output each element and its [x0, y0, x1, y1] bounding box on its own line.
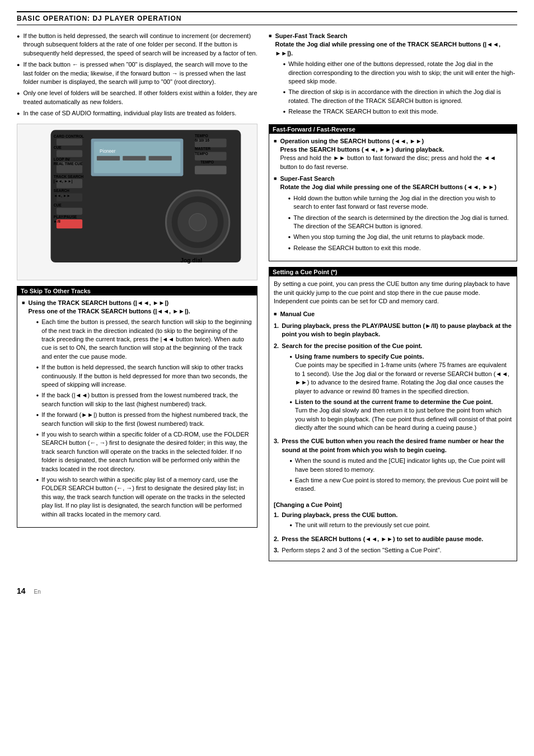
change-step-3: 3. Perform steps 2 and 3 of the section …	[274, 546, 512, 555]
svg-text:TEMPO: TEMPO	[195, 133, 208, 137]
list-item: Release the SEARCH button to exit this m…	[288, 244, 512, 252]
super-fast-search-item: Super-Fast Search Rotate the Jog dial wh…	[274, 175, 512, 255]
list-item: If you wish to search within a specific …	[36, 430, 252, 473]
svg-rect-7	[57, 138, 82, 145]
svg-text:REAL TIME CUE: REAL TIME CUE	[54, 162, 83, 166]
skip-tracks-section: To Skip To Other Tracks Using the TRACK …	[17, 286, 257, 528]
svg-text:◄◄, ►►: ◄◄, ►►	[54, 193, 71, 198]
top-bullet-list: If the button is held depressed, the sea…	[17, 32, 257, 118]
list-item: Release the TRACK SEARCH button to exit …	[283, 107, 517, 116]
cue-point-section: Setting a Cue Point (*) By setting a cue…	[269, 267, 517, 561]
list-item: The unit will return to the previously s…	[289, 521, 430, 529]
svg-text:SEARCH: SEARCH	[54, 189, 69, 192]
op-search-item: Operation using the SEARCH buttons (◄◄, …	[274, 137, 512, 172]
cue-point-title: Setting a Cue Point (*)	[269, 267, 517, 276]
super-fast-track-heading: Super-Fast Track Search	[275, 32, 347, 39]
op-search-sub: Press the SEARCH buttons (◄◄, ►►) during…	[280, 146, 444, 153]
cue-step-1: 1. During playback, press the PLAY/PAUSE…	[274, 322, 512, 339]
svg-rect-4	[97, 156, 120, 160]
svg-text:CUE: CUE	[54, 145, 62, 149]
manual-cue-heading: Manual Cue	[280, 310, 315, 318]
svg-text:Jog dial: Jog dial	[180, 257, 202, 264]
list-item: While holding either one of the buttons …	[283, 60, 517, 86]
changing-title: [Changing a Cue Point]	[274, 501, 342, 508]
cue-step-2: 2. Search for the precise position of th…	[274, 342, 512, 435]
left-column: If the button is held depressed, the sea…	[17, 32, 257, 567]
svg-text:TEMPO: TEMPO	[200, 160, 214, 164]
list-item: If the back button ← is pressed when "00…	[17, 60, 257, 86]
cue-point-intro: By setting a cue point, you can press th…	[274, 280, 512, 306]
svg-text:CARD CONTROL: CARD CONTROL	[54, 134, 84, 138]
list-item: Each time the button is pressed, the sea…	[36, 318, 252, 361]
list-item: In the case of SD AUDIO formatting, indi…	[17, 109, 257, 118]
change-step-2: 2. Press the SEARCH buttons (◄◄, ►►) to …	[274, 535, 512, 543]
fast-forward-title: Fast-Forward / Fast-Reverse	[269, 125, 517, 134]
super-fast-track-list: Super-Fast Track Search Rotate the Jog d…	[269, 32, 517, 119]
track-search-sub: Press one of the TRACK SEARCH buttons (|…	[28, 308, 190, 314]
list-item: Only one level of folders will be search…	[17, 89, 257, 106]
svg-text:LOOP IN/: LOOP IN/	[54, 157, 70, 161]
list-item: When the sound is muted and the [CUE] in…	[289, 457, 512, 474]
listen-sound-item: Listen to the sound at the current frame…	[289, 398, 512, 433]
page-lang: En	[34, 589, 41, 595]
svg-text:►/II: ►/II	[54, 219, 60, 223]
page-title: BASIC OPERATION: DJ PLAYER OPERATION	[17, 15, 181, 22]
skip-tracks-title: To Skip To Other Tracks	[17, 287, 257, 295]
cue-step-3: 3. Press the CUE button when you reach t…	[274, 437, 512, 495]
frame-numbers-heading: Using frame numbers to specify Cue point…	[295, 353, 424, 360]
list-item: If the forward (►►|) button is pressed f…	[36, 411, 252, 428]
page-header: BASIC OPERATION: DJ PLAYER OPERATION	[17, 11, 517, 25]
list-item: If the back (|◄◄) button is pressed from…	[36, 391, 252, 408]
super-fast-search-sub: Rotate the Jog dial while pressing one o…	[280, 184, 496, 190]
svg-rect-8	[57, 150, 82, 157]
page-footer: 14 En	[17, 578, 517, 595]
right-column: Super-Fast Track Search Rotate the Jog d…	[269, 32, 517, 567]
super-fast-track-sub: Rotate the Jog dial while pressing one o…	[275, 41, 500, 56]
svg-text:CUE: CUE	[54, 203, 62, 207]
svg-text:Pioneer: Pioneer	[100, 149, 116, 154]
list-item: If you wish to search within a specific …	[36, 476, 252, 519]
svg-text:|◄◄, ►►|: |◄◄, ►►|	[54, 179, 73, 184]
listen-sound-heading: Listen to the sound at the current frame…	[295, 398, 493, 405]
svg-text:PLAY/PAUSE: PLAY/PAUSE	[54, 214, 77, 218]
super-fast-track-item: Super-Fast Track Search Rotate the Jog d…	[269, 32, 517, 119]
device-image: Pioneer	[17, 124, 257, 280]
frame-numbers-item: Using frame numbers to specify Cue point…	[289, 353, 512, 396]
svg-rect-6	[149, 156, 172, 160]
op-search-desc: Press and hold the ►► button to fast for…	[280, 154, 495, 170]
svg-rect-5	[123, 156, 146, 160]
list-item: If the button is held depressed, the sea…	[17, 32, 257, 58]
list-item: When you stop turning the Jog dial, the …	[288, 233, 512, 241]
svg-text:TEMPO: TEMPO	[195, 151, 208, 155]
list-item: Hold down the button while turning the J…	[288, 194, 512, 212]
listen-sound-desc: Turn the Jog dial slowly and then return…	[295, 407, 512, 431]
track-search-heading: Using the TRACK SEARCH buttons (|◄◄, ►►|…	[28, 299, 168, 306]
manual-cue-item: Manual Cue	[274, 310, 512, 318]
changing-cue-point: [Changing a Cue Point] 1. During playbac…	[274, 501, 512, 555]
page-number: 14	[17, 586, 26, 595]
svg-rect-16	[195, 166, 227, 174]
list-item: If the button is held depressed, the sea…	[36, 363, 252, 389]
super-fast-search-heading: Super-Fast Search	[280, 175, 334, 182]
list-item: Each time a new Cue point is stored to m…	[289, 476, 512, 494]
list-item: The direction of the search is determine…	[288, 214, 512, 231]
svg-rect-12	[57, 208, 82, 214]
change-step-1: 1. During playback, press the CUE button…	[274, 511, 512, 532]
list-item: The direction of skip is in accordance w…	[283, 88, 517, 105]
svg-point-20	[189, 213, 207, 231]
fast-forward-section: Fast-Forward / Fast-Reverse Operation us…	[269, 124, 517, 262]
svg-text:6/ 10/ 16: 6/ 10/ 16	[195, 138, 209, 142]
track-search-item: Using the TRACK SEARCH buttons (|◄◄, ►►|…	[22, 299, 252, 521]
svg-text:MASTER: MASTER	[195, 147, 210, 151]
svg-text:TRACK SEARCH: TRACK SEARCH	[54, 174, 84, 178]
frame-numbers-desc: Cue points may be specified in 1-frame u…	[295, 361, 509, 394]
op-search-heading: Operation using the SEARCH buttons (◄◄, …	[280, 138, 424, 144]
